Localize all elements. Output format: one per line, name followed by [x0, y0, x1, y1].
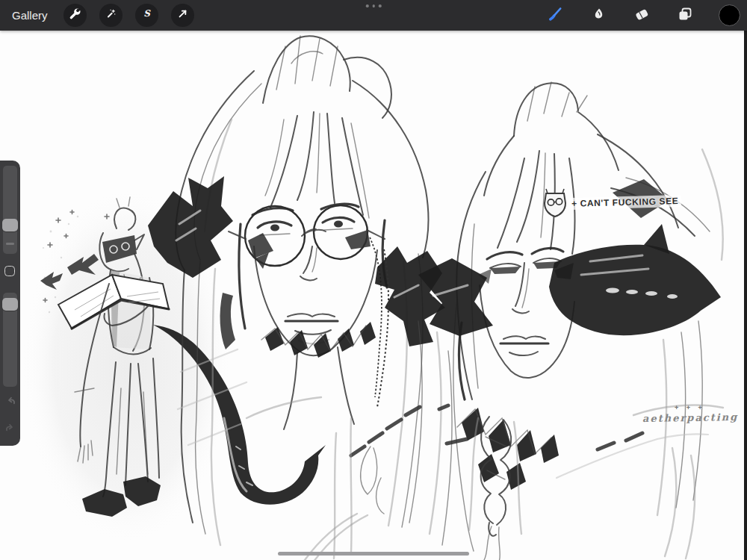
home-indicator[interactable]	[278, 552, 469, 556]
brush-icon	[546, 4, 565, 26]
redo-arrow-icon	[4, 423, 17, 435]
magic-wand-icon	[104, 7, 118, 24]
layers-button[interactable]	[675, 6, 695, 25]
actions-button[interactable]	[63, 4, 87, 27]
brush-size-slider[interactable]	[3, 166, 17, 254]
shield-glasses-icon	[545, 189, 565, 217]
paint-tool-button[interactable]	[545, 6, 565, 25]
erase-tool-button[interactable]	[632, 6, 651, 25]
color-swatch[interactable]	[719, 4, 740, 26]
undo-button[interactable]	[4, 393, 17, 406]
paint-tools-group	[545, 0, 740, 31]
artist-signature: aetherpacting	[642, 411, 738, 424]
canvas-right-edge	[744, 31, 747, 560]
smudge-tool-button[interactable]	[589, 6, 608, 25]
eraser-icon	[633, 5, 651, 26]
artwork-canvas[interactable]	[0, 0, 747, 560]
brush-size-handle[interactable]	[2, 219, 18, 231]
undo-arrow-icon	[4, 396, 17, 408]
selection-button[interactable]: S	[135, 4, 158, 27]
modify-button[interactable]	[4, 266, 15, 276]
procreate-screen: + CAN'T FUCKING SEE + + + aetherpacting …	[0, 0, 747, 560]
transform-arrow-icon	[176, 7, 190, 24]
right-portrait-sketch	[377, 82, 723, 560]
wrench-icon	[68, 7, 82, 24]
smudge-finger-icon	[589, 5, 607, 26]
brush-sidebar	[0, 161, 20, 446]
adjustments-button[interactable]	[99, 4, 123, 27]
redo-button[interactable]	[4, 420, 17, 433]
drag-handle-dots[interactable]	[366, 4, 382, 7]
top-toolbar: Gallery S	[0, 0, 747, 31]
opacity-handle[interactable]	[2, 298, 18, 311]
gallery-button[interactable]: Gallery	[12, 9, 48, 22]
selection-s-icon: S	[140, 7, 154, 24]
signature-sparkles: + + +	[675, 404, 705, 411]
svg-text:S: S	[143, 8, 151, 19]
transform-button[interactable]	[171, 4, 194, 27]
slider-tick	[6, 243, 14, 245]
layers-icon	[676, 5, 694, 26]
